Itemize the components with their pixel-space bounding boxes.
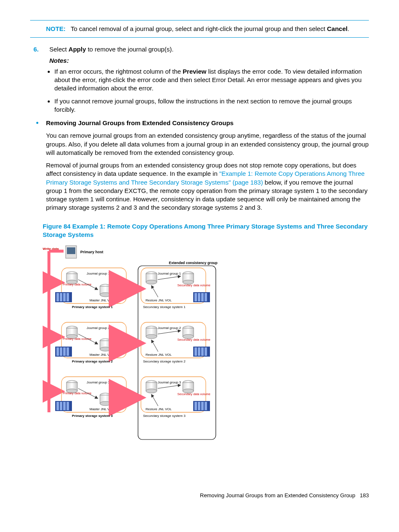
svg-text:Primary storage system 3: Primary storage system 3 [72, 414, 113, 418]
svg-rect-101 [60, 402, 62, 410]
svg-rect-71 [198, 347, 200, 356]
svg-text:Secondary storage system 2: Secondary storage system 2 [143, 360, 186, 363]
svg-rect-102 [63, 402, 66, 410]
svg-rect-38 [205, 293, 207, 301]
svg-text:Secondary data volume: Secondary data volume [177, 338, 210, 342]
svg-rect-2 [67, 247, 75, 254]
svg-rect-30 [56, 293, 59, 301]
note-item-2: If you cannot remove journal groups, fol… [54, 97, 369, 114]
svg-rect-73 [205, 347, 207, 356]
page-number: 183 [360, 492, 369, 499]
step-number: 6. [30, 45, 49, 65]
svg-rect-107 [201, 402, 204, 410]
svg-line-98 [151, 394, 158, 406]
svg-point-48 [100, 347, 111, 351]
page-footer: Removing Journal Groups from an Extended… [30, 492, 369, 499]
svg-rect-65 [56, 347, 59, 356]
figure-caption: Figure 84 Example 1: Remote Copy Operati… [43, 222, 369, 239]
step-6: 6. Select Apply to remove the journal gr… [30, 45, 369, 65]
svg-rect-105 [194, 402, 197, 410]
svg-text:Primary storage system 2: Primary storage system 2 [72, 360, 113, 363]
svg-rect-108 [205, 402, 207, 410]
section-p2: Removal of journal groups from an extend… [46, 161, 369, 212]
figure-diagram: Write data Primary host Extended consist… [43, 245, 218, 442]
svg-rect-32 [63, 293, 66, 301]
svg-rect-68 [66, 347, 69, 356]
section-heading: Removing Journal Groups from Extended Co… [46, 119, 369, 127]
svg-line-28 [151, 285, 158, 297]
svg-text:Journal group 1: Journal group 1 [158, 272, 181, 275]
svg-text:Master JNL VOL: Master JNL VOL [90, 407, 114, 411]
svg-rect-70 [194, 347, 197, 356]
svg-text:Journal group 2: Journal group 2 [158, 326, 181, 330]
notes-label: Notes: [49, 57, 369, 65]
svg-text:Master JNL VOL: Master JNL VOL [90, 353, 114, 357]
svg-rect-31 [60, 293, 62, 301]
svg-rect-72 [201, 347, 204, 356]
svg-line-62 [158, 331, 181, 334]
svg-point-55 [146, 334, 157, 339]
note-box: NOTE: To cancel removal of a journal gro… [30, 20, 369, 38]
note-item-1: If an error occurs, the rightmost column… [54, 67, 369, 93]
apply-bold: Apply [69, 46, 86, 53]
section-list: Removing Journal Groups from Extended Co… [30, 119, 369, 212]
svg-text:Journal group 3: Journal group 3 [87, 380, 110, 384]
svg-text:Primary host: Primary host [80, 250, 103, 254]
svg-text:Secondary data volume: Secondary data volume [177, 392, 210, 396]
note-cancel: Cancel [327, 25, 348, 32]
svg-text:Secondary data volume: Secondary data volume [177, 283, 210, 287]
svg-point-83 [100, 401, 111, 406]
svg-point-13 [100, 293, 111, 297]
svg-point-20 [146, 280, 157, 284]
svg-text:Journal group 1: Journal group 1 [87, 272, 110, 275]
svg-rect-33 [66, 293, 69, 301]
svg-text:Journal group 3: Journal group 3 [158, 380, 181, 384]
svg-text:Restore JNL VOL: Restore JNL VOL [146, 407, 172, 411]
svg-rect-36 [198, 293, 200, 301]
svg-text:Primary storage system 1: Primary storage system 1 [72, 305, 113, 309]
footer-text: Removing Journal Groups from an Extended… [200, 492, 355, 499]
svg-rect-66 [60, 347, 62, 356]
notes-list: If an error occurs, the rightmost column… [30, 67, 369, 114]
note-label: NOTE: [46, 25, 66, 32]
svg-text:Extended consistency group: Extended consistency group [169, 261, 217, 265]
preview-bold: Preview [183, 68, 207, 75]
svg-line-27 [158, 276, 181, 280]
svg-line-97 [158, 385, 181, 388]
svg-line-63 [151, 340, 158, 352]
svg-text:Master JNL VOL: Master JNL VOL [90, 298, 114, 302]
svg-rect-37 [201, 293, 204, 301]
svg-text:Secondary storage system 3: Secondary storage system 3 [143, 414, 186, 418]
svg-point-90 [146, 389, 157, 393]
svg-text:Secondary storage system 1: Secondary storage system 1 [143, 305, 186, 309]
section-p1: You can remove journal groups from an ex… [46, 131, 369, 157]
svg-text:Restore JNL VOL: Restore JNL VOL [146, 298, 172, 302]
svg-rect-106 [198, 402, 200, 410]
svg-rect-67 [63, 347, 66, 356]
svg-text:Journal group 2: Journal group 2 [87, 326, 110, 330]
svg-text:Restore JNL VOL: Restore JNL VOL [146, 353, 172, 357]
svg-rect-103 [66, 402, 69, 410]
svg-rect-35 [194, 293, 197, 301]
note-text: To cancel removal of a journal group, se… [71, 25, 327, 32]
svg-rect-100 [56, 402, 59, 410]
